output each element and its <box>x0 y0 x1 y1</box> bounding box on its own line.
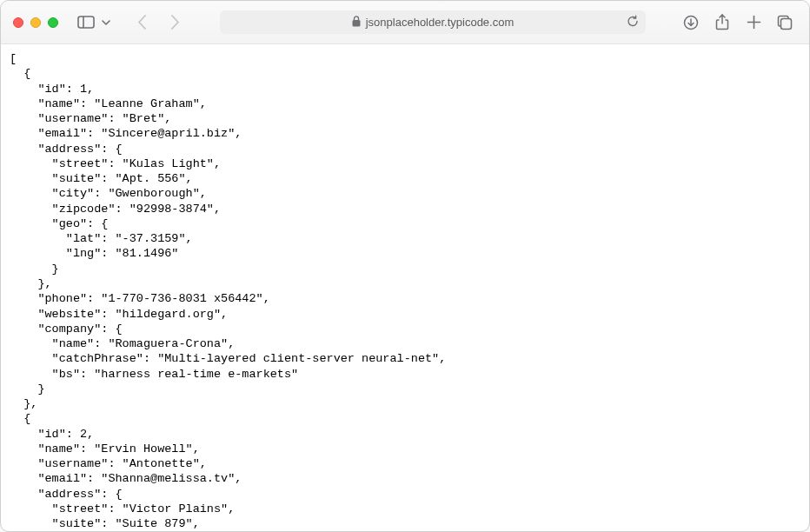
address-bar[interactable]: jsonplaceholder.typicode.com <box>220 10 646 34</box>
downloads-button[interactable] <box>679 10 703 35</box>
tabs-overview-button[interactable] <box>773 10 797 35</box>
sidebar-dropdown-button[interactable] <box>98 10 114 35</box>
new-tab-button[interactable] <box>741 10 766 35</box>
svg-rect-8 <box>781 18 792 29</box>
browser-window: jsonplaceholder.typicode.com <box>0 0 810 532</box>
share-button[interactable] <box>710 10 734 35</box>
sidebar-controls <box>74 10 114 35</box>
forward-button[interactable] <box>163 10 187 35</box>
svg-rect-0 <box>78 17 94 28</box>
right-toolbar <box>679 10 797 35</box>
svg-rect-2 <box>352 20 360 27</box>
traffic-lights <box>13 17 58 28</box>
page-content: [ { "id": 1, "name": "Leanne Graham", "u… <box>1 44 809 531</box>
json-response-text: [ { "id": 1, "name": "Leanne Graham", "u… <box>10 51 800 531</box>
address-bar-url: jsonplaceholder.typicode.com <box>366 16 515 29</box>
minimize-window-button[interactable] <box>30 17 41 28</box>
nav-buttons <box>129 10 187 35</box>
fullscreen-window-button[interactable] <box>48 17 58 28</box>
address-bar-content: jsonplaceholder.typicode.com <box>352 16 515 30</box>
reload-button[interactable] <box>627 15 639 30</box>
titlebar: jsonplaceholder.typicode.com <box>1 1 809 44</box>
close-window-button[interactable] <box>13 17 23 28</box>
lock-icon <box>352 16 361 30</box>
sidebar-toggle-button[interactable] <box>74 10 98 35</box>
back-button[interactable] <box>129 10 154 35</box>
